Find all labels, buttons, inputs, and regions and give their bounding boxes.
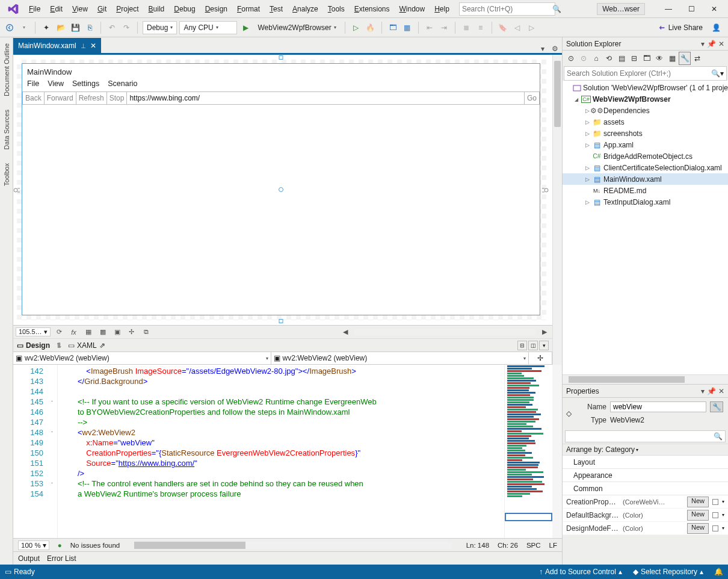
- eol-mode[interactable]: LF: [549, 542, 557, 549]
- anchor-right-icon[interactable]: [541, 187, 549, 193]
- menu-debug[interactable]: Debug: [169, 2, 200, 16]
- tab-close-icon[interactable]: ✕: [90, 42, 96, 50]
- property-row[interactable]: CreationProp…(CoreWebVi…New▾: [563, 495, 728, 509]
- minimap-viewport[interactable]: [505, 513, 552, 521]
- notifications-icon[interactable]: 🔔: [714, 568, 723, 576]
- home-icon[interactable]: ⌂: [590, 52, 602, 65]
- menu-test[interactable]: Test: [265, 2, 288, 16]
- menu-git[interactable]: Git: [93, 2, 111, 16]
- tree-item[interactable]: C#BridgeAddRemoteObject.cs: [563, 150, 728, 162]
- document-outline-tab[interactable]: Document Outline: [3, 40, 10, 100]
- show-all-icon[interactable]: ▤: [615, 52, 628, 65]
- menu-help[interactable]: Help: [430, 2, 454, 16]
- tree-item[interactable]: Solution 'WebView2WpfBrowser' (1 of 1 pr…: [563, 82, 728, 93]
- menu-project[interactable]: Project: [111, 2, 143, 16]
- menu-design[interactable]: Design: [200, 2, 232, 16]
- minimize-button[interactable]: —: [657, 1, 680, 17]
- data-sources-tab[interactable]: Data Sources: [3, 106, 10, 153]
- source-control-button[interactable]: ↑ Add to Source Control ▴: [539, 568, 622, 576]
- menu-edit[interactable]: Edit: [45, 2, 67, 16]
- search-input[interactable]: [462, 5, 552, 13]
- select-repo-button[interactable]: ◆ Select Repository ▴: [633, 568, 703, 576]
- split-horiz-icon[interactable]: ◫: [528, 341, 538, 350]
- stop-button[interactable]: Stop: [107, 92, 128, 104]
- solution-search-input[interactable]: [567, 69, 711, 78]
- menu-tools[interactable]: Tools: [323, 2, 350, 16]
- redo-icon[interactable]: ↷: [120, 21, 132, 34]
- refresh-designer-icon[interactable]: ⟳: [54, 327, 65, 338]
- tree-item[interactable]: 📁screenshots: [563, 128, 728, 139]
- nav-fwd-icon[interactable]: ▾: [18, 21, 30, 34]
- popup-icon[interactable]: ⧉: [141, 327, 152, 338]
- refresh-icon[interactable]: ▦: [666, 52, 678, 65]
- binding-marker-icon[interactable]: [712, 512, 718, 518]
- admin-icon[interactable]: 👤: [710, 21, 722, 34]
- save-all-icon[interactable]: ⎘: [84, 21, 96, 34]
- toolbox-tab[interactable]: Toolbox: [3, 159, 10, 190]
- editor-hscrollbar[interactable]: [134, 542, 451, 549]
- indent-icon[interactable]: ⇥: [438, 21, 450, 34]
- menu-file[interactable]: File: [24, 2, 45, 16]
- arrange-by[interactable]: Arrange by: Category ▾: [563, 444, 728, 456]
- bookmark-prev-icon[interactable]: ◁: [511, 21, 523, 34]
- outdent-icon[interactable]: ⇤: [424, 21, 436, 34]
- designer-vscrollbar[interactable]: [552, 55, 562, 365]
- name-field[interactable]: [610, 401, 706, 412]
- cat-layout[interactable]: Layout: [563, 456, 728, 469]
- quick-search[interactable]: 🔍: [459, 2, 555, 16]
- uncomment-icon[interactable]: ≡: [475, 21, 487, 34]
- cat-appearance[interactable]: Appearance: [563, 469, 728, 482]
- panel-pin-icon[interactable]: 📌: [707, 40, 716, 48]
- undo-icon[interactable]: ↶: [106, 21, 118, 34]
- menu-window[interactable]: Window: [395, 2, 430, 16]
- tab-settings-icon[interactable]: ⚙: [548, 45, 562, 53]
- maximize-button[interactable]: ☐: [680, 1, 703, 17]
- xaml-tab[interactable]: ▭ XAML ⇗: [68, 341, 105, 350]
- designed-window[interactable]: MainWindow FileViewSettingsScenario Back…: [22, 63, 540, 315]
- comment-icon[interactable]: ≣: [460, 21, 472, 34]
- back-icon[interactable]: ⊙: [565, 52, 577, 65]
- swap-panes-icon[interactable]: ⥮: [56, 341, 62, 350]
- collapse-icon[interactable]: ⊟: [628, 52, 640, 65]
- xaml-scope-combo[interactable]: ▣wv2:WebView2 (webView)▾: [13, 351, 271, 365]
- zoom-combo[interactable]: 105.5… ▾: [16, 327, 51, 336]
- wrench-icon[interactable]: 🔧: [679, 52, 691, 65]
- panel-pin-icon[interactable]: 📌: [707, 387, 716, 395]
- tree-item[interactable]: M↓README.md: [563, 185, 728, 196]
- save-icon[interactable]: 💾: [69, 21, 81, 34]
- menu-extensions[interactable]: Extensions: [350, 2, 395, 16]
- preview-icon[interactable]: 👁: [653, 52, 665, 65]
- fwd-icon[interactable]: ⊙: [578, 52, 590, 65]
- cat-common[interactable]: Common: [563, 482, 728, 495]
- tab-mainwindow[interactable]: MainWindow.xaml ⟂ ✕: [13, 38, 101, 53]
- go-button[interactable]: Go: [524, 92, 539, 104]
- menu-analyze[interactable]: Analyze: [288, 2, 323, 16]
- binding-marker-icon[interactable]: [712, 525, 718, 531]
- grid2-icon[interactable]: ▩: [97, 327, 108, 338]
- panel-close-icon[interactable]: ✕: [718, 40, 724, 48]
- fx-icon[interactable]: fx: [69, 327, 79, 338]
- output-tab[interactable]: Output: [18, 554, 40, 563]
- url-field[interactable]: https://www.bing.com/: [127, 92, 524, 104]
- scroll-left-icon[interactable]: ◀: [340, 327, 351, 338]
- app-menu-file[interactable]: File: [27, 79, 39, 91]
- platform-combo[interactable]: Any CPU▾: [179, 21, 237, 34]
- solution-search[interactable]: 🔍▾: [564, 66, 727, 81]
- editor-zoom[interactable]: 100 % ▾: [18, 540, 49, 550]
- design-tab[interactable]: ▭ Design: [17, 341, 50, 350]
- collapse-pane-icon[interactable]: ▾: [539, 341, 549, 350]
- run-target-combo[interactable]: WebView2WpfBrowser▾: [254, 21, 339, 34]
- app-menu-scenario[interactable]: Scenario: [108, 79, 137, 91]
- live-share-button[interactable]: Live Share: [653, 23, 708, 32]
- bookmark-next-icon[interactable]: ▷: [526, 21, 538, 34]
- filter-icon[interactable]: ⇄: [691, 52, 703, 65]
- app-menu-view[interactable]: View: [48, 79, 64, 91]
- menu-view[interactable]: View: [67, 2, 93, 16]
- nav-back-icon[interactable]: [4, 21, 16, 34]
- property-row[interactable]: DefaultBackgr…(Color)New▾: [563, 509, 728, 522]
- start-debug-icon[interactable]: ▶: [239, 21, 251, 34]
- error-list-tab[interactable]: Error List: [47, 554, 76, 563]
- tree-item[interactable]: ⚙⚙Dependencies: [563, 105, 728, 116]
- fold-gutter[interactable]: ---: [47, 365, 58, 538]
- center-icon[interactable]: ✢: [126, 327, 137, 338]
